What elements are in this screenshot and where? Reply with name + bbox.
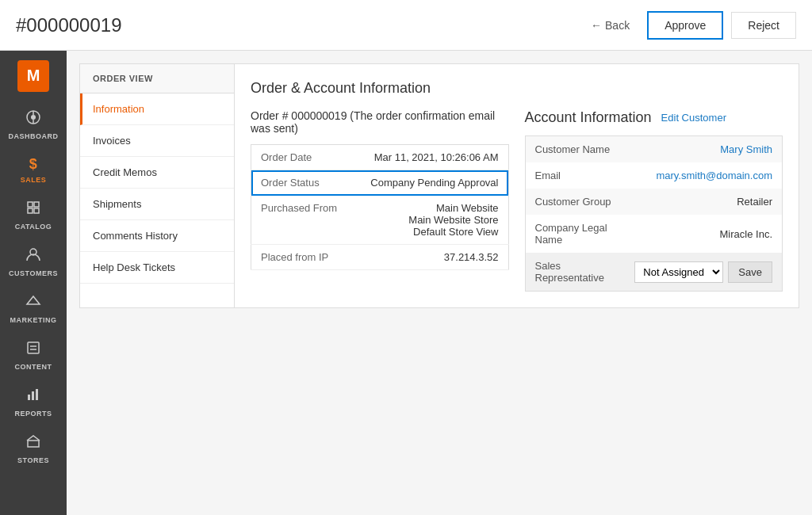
sidebar-item-dashboard[interactable]: DASHBOARD (0, 101, 67, 148)
placed-from-ip-value: 37.214.3.52 (354, 245, 508, 270)
sales-rep-label: Sales Representative (525, 253, 625, 292)
purchased-from-label: Purchased From (251, 196, 354, 245)
catalog-icon (25, 200, 41, 219)
customer-name-link[interactable]: Mary Smith (720, 143, 772, 155)
sidebar-item-marketing[interactable]: MARKETING (0, 285, 67, 332)
nav-item-invoices[interactable]: Invoices (80, 125, 234, 157)
svg-rect-18 (28, 441, 39, 447)
account-info-col: Account Information Edit Customer Custom… (525, 109, 783, 292)
sidebar-item-content[interactable]: CONTENT (0, 332, 67, 379)
reports-icon (25, 387, 41, 406)
company-legal-name-value: Miracle Inc. (625, 215, 782, 253)
order-view-title: ORDER VIEW (80, 64, 234, 93)
customer-group-label: Customer Group (525, 189, 625, 215)
dashboard-icon (25, 109, 41, 129)
table-row: Company Legal Name Miracle Inc. (525, 215, 783, 253)
sidebar-item-reports[interactable]: REPORTS (0, 379, 67, 425)
back-button[interactable]: ← Back (581, 14, 639, 36)
svg-marker-11 (27, 296, 40, 304)
app-body: M DASHBOARD $ SALES (0, 51, 812, 515)
svg-point-3 (31, 115, 36, 120)
customer-name-label: Customer Name (525, 136, 625, 163)
content-icon (25, 340, 41, 360)
placed-from-ip-label: Placed from IP (251, 245, 354, 270)
page-title: #000000019 (16, 14, 581, 36)
account-info-table: Customer Name Mary Smith Email mary.smit… (525, 135, 783, 292)
sidebar-item-customers[interactable]: CUSTOMERS (0, 238, 67, 285)
svg-rect-17 (36, 389, 38, 400)
table-row: Email mary.smith@domain.com (525, 162, 783, 189)
sales-rep-controls: Not Assigned Save (634, 261, 772, 283)
nav-item-shipments[interactable]: Shipments (80, 189, 234, 220)
nav-item-comments-history[interactable]: Comments History (80, 220, 234, 252)
sidebar-item-catalog[interactable]: CATALOG (0, 192, 67, 238)
purchased-from-value: Main WebsiteMain Website StoreDefault St… (354, 196, 508, 245)
sidebar-marketing-label: MARKETING (10, 316, 57, 324)
order-date-label: Order Date (251, 145, 354, 170)
sidebar-catalog-label: CATALOG (15, 223, 52, 231)
sidebar-stores-label: STORES (17, 456, 49, 464)
nav-item-credit-memos[interactable]: Credit Memos (80, 157, 234, 189)
sidebar-item-sales[interactable]: $ SALES (0, 148, 67, 192)
svg-rect-7 (34, 202, 39, 207)
table-row: Placed from IP 37.214.3.52 (251, 245, 509, 270)
logo[interactable]: M (14, 57, 52, 95)
email-value: mary.smith@domain.com (625, 162, 782, 189)
account-section-title: Account Information (525, 109, 652, 126)
sidebar: M DASHBOARD $ SALES (0, 51, 67, 515)
table-row: Order Date Mar 11, 2021, 10:26:06 AM (251, 145, 509, 170)
order-main-content: Order & Account Information Order # 0000… (235, 64, 799, 307)
email-label: Email (525, 162, 625, 189)
reject-button[interactable]: Reject (731, 12, 796, 39)
section-title: Order & Account Information (251, 80, 783, 97)
order-status-row: Order Status Company Pending Approval (251, 170, 509, 196)
edit-customer-link[interactable]: Edit Customer (661, 112, 726, 124)
order-info-header: Order # 000000019 (The order confirmatio… (251, 109, 509, 135)
sidebar-reports-label: REPORTS (14, 410, 52, 418)
sales-rep-row: Sales Representative Not Assigned Save (525, 253, 783, 292)
customer-name-value: Mary Smith (625, 136, 782, 163)
save-button[interactable]: Save (728, 261, 772, 283)
sales-icon: $ (29, 156, 38, 173)
svg-rect-8 (28, 208, 33, 213)
order-status-label: Order Status (251, 170, 354, 196)
content-area: ORDER VIEW Information Invoices Credit M… (67, 51, 812, 515)
table-row: Customer Group Retailer (525, 189, 783, 215)
sales-rep-select[interactable]: Not Assigned (634, 261, 723, 283)
stores-icon (25, 433, 41, 453)
sidebar-sales-label: SALES (21, 176, 47, 184)
email-link[interactable]: mary.smith@domain.com (656, 170, 772, 181)
svg-text:M: M (27, 67, 40, 84)
two-col-layout: Order # 000000019 (The order confirmatio… (251, 109, 783, 292)
table-row: Purchased From Main WebsiteMain Website … (251, 196, 509, 245)
order-status-value: Company Pending Approval (354, 170, 508, 196)
sidebar-item-stores[interactable]: STORES (0, 425, 67, 472)
order-date-value: Mar 11, 2021, 10:26:06 AM (354, 145, 508, 170)
sidebar-dashboard-label: DASHBOARD (9, 132, 59, 140)
order-info-table: Order Date Mar 11, 2021, 10:26:06 AM Ord… (251, 144, 509, 270)
marketing-icon (25, 293, 41, 313)
svg-rect-6 (28, 202, 33, 207)
header-actions: ← Back Approve Reject (581, 11, 796, 40)
sidebar-content-label: CONTENT (15, 363, 52, 371)
sidebar-customers-label: CUSTOMERS (9, 269, 58, 277)
table-row: Customer Name Mary Smith (525, 136, 783, 163)
order-view-layout: ORDER VIEW Information Invoices Credit M… (79, 63, 799, 308)
top-header: #000000019 ← Back Approve Reject (0, 0, 812, 51)
nav-item-information[interactable]: Information (80, 93, 234, 125)
approve-button[interactable]: Approve (647, 11, 723, 40)
order-nav: ORDER VIEW Information Invoices Credit M… (80, 64, 235, 307)
order-info-col: Order # 000000019 (The order confirmatio… (251, 109, 509, 292)
svg-rect-9 (34, 208, 39, 213)
customers-icon (25, 246, 41, 266)
svg-rect-15 (28, 395, 30, 400)
svg-rect-16 (32, 391, 34, 400)
company-legal-name-label: Company Legal Name (525, 215, 625, 253)
nav-item-help-desk-tickets[interactable]: Help Desk Tickets (80, 252, 234, 284)
sales-rep-controls-cell: Not Assigned Save (625, 253, 782, 292)
customer-group-value: Retailer (625, 189, 782, 215)
back-arrow-icon: ← (591, 19, 602, 32)
account-section-header: Account Information Edit Customer (525, 109, 783, 126)
svg-rect-12 (28, 342, 39, 353)
